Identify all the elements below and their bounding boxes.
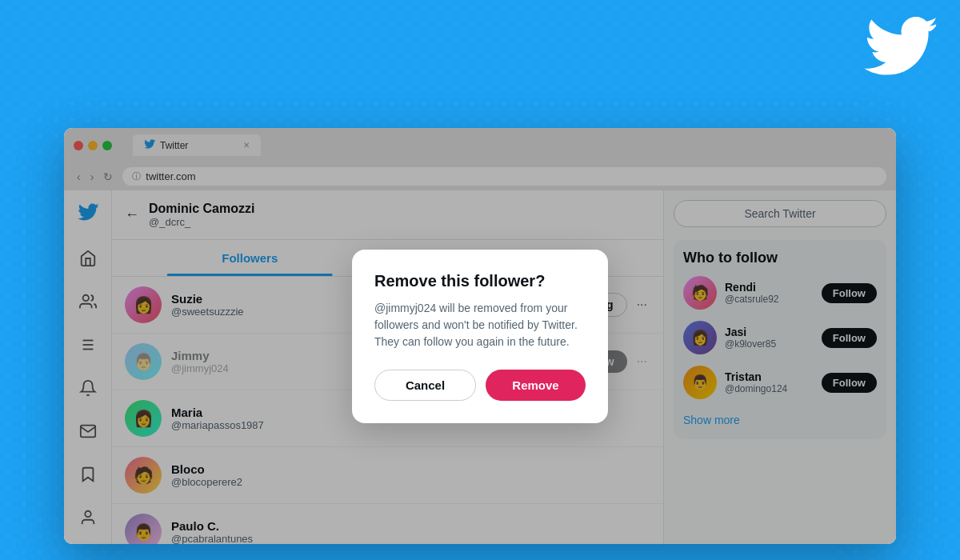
modal-buttons: Cancel Remove <box>374 370 586 401</box>
twitter-bird-background <box>864 16 936 91</box>
cancel-button[interactable]: Cancel <box>374 370 476 401</box>
modal-overlay: Remove this follower? @jimmyj024 will be… <box>64 128 896 544</box>
modal-body: @jimmyj024 will be removed from your fol… <box>374 300 586 350</box>
browser-window: Twitter ✕ ‹ › ↻ ⓘ twitter.com <box>64 128 896 544</box>
remove-button[interactable]: Remove <box>486 370 586 401</box>
remove-follower-modal: Remove this follower? @jimmyj024 will be… <box>352 250 608 423</box>
modal-title: Remove this follower? <box>374 272 586 290</box>
